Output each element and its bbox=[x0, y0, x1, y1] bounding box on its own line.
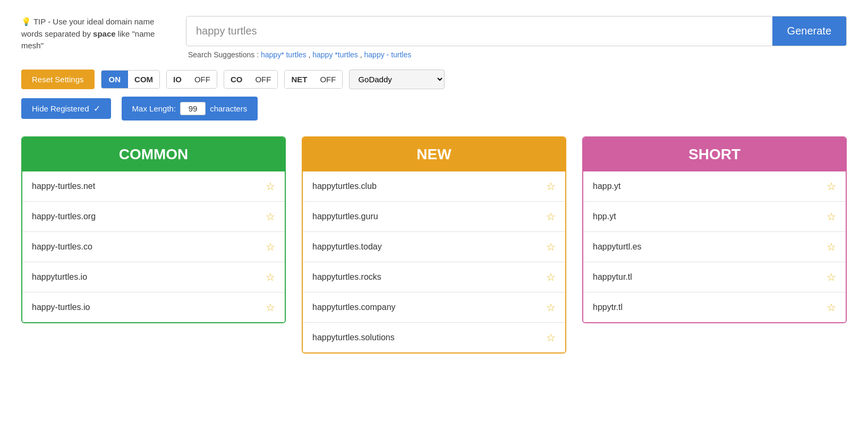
table-row: happyturtles.club☆ bbox=[303, 171, 565, 202]
co-toggle-group: CO OFF bbox=[224, 70, 278, 89]
table-row: hppytr.tl☆ bbox=[583, 292, 846, 322]
favorite-star-icon[interactable]: ☆ bbox=[546, 180, 556, 193]
favorite-star-icon[interactable]: ☆ bbox=[827, 271, 836, 283]
column-common: COMMONhappy-turtles.net☆happy-turtles.or… bbox=[21, 136, 286, 323]
tip-content: TIP - Use your ideal domain name words s… bbox=[21, 17, 155, 50]
favorite-star-icon[interactable]: ☆ bbox=[546, 210, 556, 223]
search-input[interactable] bbox=[186, 16, 772, 46]
domain-name: happy-turtles.org bbox=[32, 212, 96, 221]
domain-name: hppytr.tl bbox=[593, 303, 623, 312]
search-box: Generate bbox=[186, 16, 847, 46]
domain-name: happytur.tl bbox=[593, 272, 632, 282]
search-area: Generate Search Suggestions : happy* tur… bbox=[186, 16, 847, 59]
favorite-star-icon[interactable]: ☆ bbox=[827, 301, 836, 314]
domain-name: happyturtles.today bbox=[312, 242, 382, 252]
io-toggle-group: IO OFF bbox=[166, 70, 217, 89]
column-header-short: SHORT bbox=[583, 137, 846, 171]
hide-registered-button[interactable]: Hide Registered ✓ bbox=[21, 98, 111, 119]
table-row: happ.yt☆ bbox=[583, 171, 846, 202]
table-row: happy-turtles.net☆ bbox=[22, 171, 285, 202]
net-off-button[interactable]: OFF bbox=[313, 71, 342, 88]
registrar-select[interactable]: GoDaddy Namecheap Google Domains Name.co… bbox=[349, 70, 445, 89]
table-row: happyturtles.company☆ bbox=[303, 292, 565, 323]
column-header-new: NEW bbox=[303, 137, 565, 171]
settings-row: Reset Settings ON COM IO OFF CO OFF NET … bbox=[21, 70, 847, 89]
favorite-star-icon[interactable]: ☆ bbox=[266, 210, 275, 223]
io-label: IO bbox=[167, 71, 188, 88]
table-row: happytur.tl☆ bbox=[583, 262, 846, 292]
com-on-button[interactable]: ON bbox=[101, 71, 129, 88]
favorite-star-icon[interactable]: ☆ bbox=[266, 240, 275, 253]
table-row: happyturtles.today☆ bbox=[303, 232, 565, 262]
column-short: SHORThapp.yt☆hpp.yt☆happyturtl.es☆happyt… bbox=[582, 136, 847, 323]
column-new: NEWhappyturtles.club☆happyturtles.guru☆h… bbox=[302, 136, 566, 354]
favorite-star-icon[interactable]: ☆ bbox=[827, 180, 836, 193]
domain-name: happy-turtles.co bbox=[32, 242, 92, 252]
domain-name: happyturtles.guru bbox=[312, 212, 378, 221]
table-row: happyturtles.rocks☆ bbox=[303, 262, 565, 292]
table-row: happyturtl.es☆ bbox=[583, 232, 846, 262]
co-label: CO bbox=[224, 71, 249, 88]
favorite-star-icon[interactable]: ☆ bbox=[827, 210, 836, 223]
options-row: Hide Registered ✓ Max Length: characters bbox=[21, 97, 847, 120]
favorite-star-icon[interactable]: ☆ bbox=[546, 271, 556, 283]
suggestion-1[interactable]: happy* turtles bbox=[261, 50, 307, 59]
domain-name: hpp.yt bbox=[593, 212, 616, 221]
io-off-button[interactable]: OFF bbox=[188, 71, 217, 88]
net-label: NET bbox=[285, 71, 313, 88]
table-row: happyturtles.guru☆ bbox=[303, 202, 565, 232]
column-header-common: COMMON bbox=[22, 137, 285, 171]
com-toggle-group: ON COM bbox=[101, 70, 160, 89]
table-row: happyturtles.solutions☆ bbox=[303, 323, 565, 352]
table-row: happy-turtles.org☆ bbox=[22, 202, 285, 232]
favorite-star-icon[interactable]: ☆ bbox=[266, 180, 275, 193]
top-area: 💡 TIP - Use your ideal domain name words… bbox=[21, 16, 847, 59]
max-length-input[interactable] bbox=[180, 102, 206, 115]
search-suggestions: Search Suggestions : happy* turtles , ha… bbox=[186, 50, 847, 59]
favorite-star-icon[interactable]: ☆ bbox=[266, 271, 275, 283]
favorite-star-icon[interactable]: ☆ bbox=[266, 301, 275, 314]
tip-icon: 💡 bbox=[21, 17, 31, 26]
domain-name: happyturtles.company bbox=[312, 303, 396, 312]
co-off-button[interactable]: OFF bbox=[249, 71, 277, 88]
suggestions-prefix: Search Suggestions : bbox=[188, 50, 261, 59]
max-length-suffix: characters bbox=[210, 104, 247, 113]
domain-name: happyturtles.rocks bbox=[312, 272, 381, 282]
table-row: happy-turtles.co☆ bbox=[22, 232, 285, 262]
net-toggle-group: NET OFF bbox=[284, 70, 343, 89]
domain-name: happy-turtles.io bbox=[32, 303, 90, 312]
hide-registered-label: Hide Registered bbox=[32, 104, 89, 113]
tip-bold: space bbox=[93, 29, 116, 38]
favorite-star-icon[interactable]: ☆ bbox=[546, 301, 556, 314]
domain-name: happyturtles.solutions bbox=[312, 333, 395, 342]
domain-name: happyturtl.es bbox=[593, 242, 642, 252]
favorite-star-icon[interactable]: ☆ bbox=[546, 331, 556, 344]
com-label: COM bbox=[128, 71, 159, 88]
generate-button[interactable]: Generate bbox=[772, 16, 846, 46]
domain-name: happy-turtles.net bbox=[32, 182, 95, 191]
results-grid: COMMONhappy-turtles.net☆happy-turtles.or… bbox=[21, 136, 847, 354]
table-row: hpp.yt☆ bbox=[583, 202, 846, 232]
table-row: happyturtles.io☆ bbox=[22, 262, 285, 292]
favorite-star-icon[interactable]: ☆ bbox=[546, 240, 556, 253]
reset-settings-button[interactable]: Reset Settings bbox=[21, 70, 95, 89]
suggestion-3[interactable]: happy - turtles bbox=[364, 50, 412, 59]
table-row: happy-turtles.io☆ bbox=[22, 292, 285, 322]
domain-name: happyturtles.club bbox=[312, 182, 377, 191]
max-length-area: Max Length: characters bbox=[122, 97, 258, 120]
checkmark-icon: ✓ bbox=[93, 104, 100, 114]
suggestion-2[interactable]: happy *turtles bbox=[312, 50, 358, 59]
domain-name: happ.yt bbox=[593, 182, 620, 191]
max-length-prefix: Max Length: bbox=[132, 104, 176, 113]
domain-name: happyturtles.io bbox=[32, 272, 87, 282]
tip-text: 💡 TIP - Use your ideal domain name words… bbox=[21, 16, 170, 52]
favorite-star-icon[interactable]: ☆ bbox=[827, 240, 836, 253]
